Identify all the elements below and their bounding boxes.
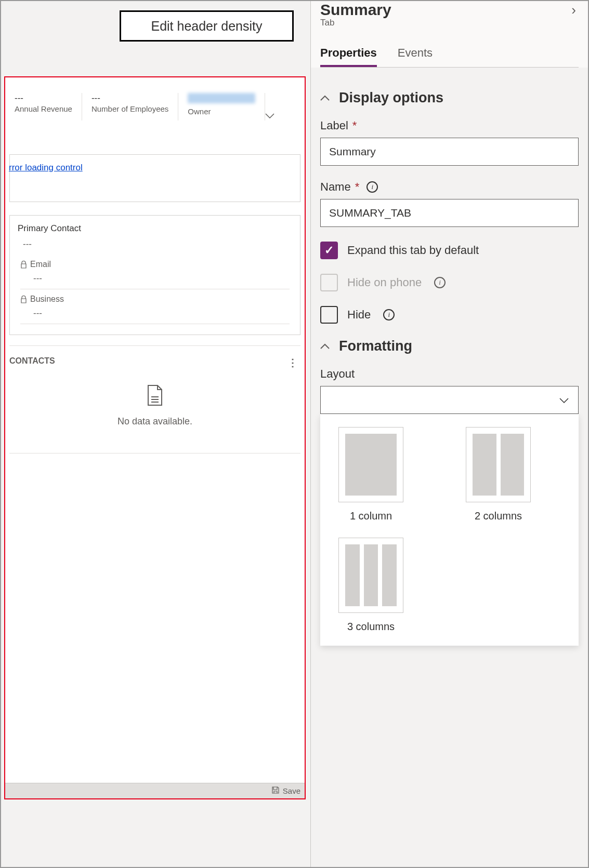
layout-dropdown: 1 column 2 columns 3 columns [320,414,579,646]
owner-field[interactable]: Owner [178,93,265,121]
checkbox-checked-icon[interactable]: ✓ [320,242,338,259]
document-icon [146,384,164,408]
formatting-header[interactable]: Formatting [320,338,579,354]
status-bar: Save [5,783,305,798]
annual-revenue-field[interactable]: --- Annual Revenue [5,93,82,121]
employees-label: Number of Employees [91,104,168,113]
chevron-up-icon[interactable] [320,92,330,104]
expand-tab-checkbox-row[interactable]: ✓ Expand this tab by default [320,242,579,259]
hide-on-phone-label: Hide on phone [347,276,422,289]
form-preview-panel: Edit header density --- Annual Revenue -… [1,1,310,867]
header-fields: --- Annual Revenue --- Number of Employe… [5,77,305,131]
info-icon[interactable]: i [434,277,446,288]
owner-label: Owner [188,107,255,116]
employees-value: --- [91,93,168,103]
error-control-container: rror loading control [9,154,300,202]
layout-option-3-columns[interactable]: 3 columns [338,538,403,633]
display-options-title: Display options [339,90,443,106]
error-loading-control-link[interactable]: rror loading control [9,163,83,172]
email-field[interactable]: Email --- [20,260,290,289]
hide-checkbox-row[interactable]: Hide i [320,306,579,324]
owner-value-redacted [188,93,255,103]
chevron-down-icon [559,395,569,406]
layout-select[interactable] [320,386,579,414]
chevron-up-icon[interactable] [320,340,330,352]
tabs: Properties Events [320,46,579,68]
lock-icon [20,296,27,303]
info-icon[interactable]: i [383,309,395,321]
form-preview: --- Annual Revenue --- Number of Employe… [4,76,306,799]
checkbox-unchecked-icon [320,274,338,291]
edit-header-density-button[interactable]: Edit header density [120,10,294,42]
label-field-label: Label [320,119,348,132]
annual-revenue-label: Annual Revenue [15,104,72,113]
tab-properties[interactable]: Properties [320,46,377,67]
layout-1-label: 1 column [338,510,403,522]
name-input[interactable] [320,199,579,227]
tab-events[interactable]: Events [398,46,433,67]
business-value: --- [33,308,290,318]
required-indicator: * [355,180,360,194]
number-of-employees-field[interactable]: --- Number of Employees [82,93,178,121]
contacts-title: CONTACTS [9,356,55,369]
layout-thumb-2 [466,427,531,502]
more-icon[interactable]: ⋮ [287,356,298,369]
display-options-header[interactable]: Display options [320,90,579,106]
business-label: Business [30,295,64,304]
primary-contact-label: Primary Contact [18,223,292,234]
annual-revenue-value: --- [15,93,72,103]
save-label[interactable]: Save [283,786,300,795]
hide-on-phone-checkbox-row: Hide on phone i [320,274,579,291]
email-label: Email [30,260,51,269]
info-icon[interactable]: i [367,181,378,193]
label-input[interactable] [320,138,579,166]
primary-contact-card: Primary Contact --- Email --- [9,215,300,335]
save-icon[interactable] [271,786,280,796]
hide-label: Hide [347,308,371,322]
layout-3-label: 3 columns [338,621,403,633]
layout-field-label: Layout [320,367,355,381]
chevron-right-icon[interactable]: › [571,1,579,18]
name-field-label: Name [320,180,351,194]
expand-tab-label: Expand this tab by default [347,244,479,257]
panel-subtitle: Tab [320,18,391,28]
layout-option-2-columns[interactable]: 2 columns [466,427,531,522]
panel-title: Summary [320,1,391,19]
required-indicator: * [352,119,357,132]
properties-panel: Summary Tab › Properties Events Display … [310,1,588,867]
layout-2-label: 2 columns [466,510,531,522]
contacts-section: CONTACTS ⋮ No data available. [9,345,300,453]
layout-thumb-3 [338,538,403,613]
no-data-text: No data available. [9,416,300,427]
primary-contact-value[interactable]: --- [23,239,292,249]
email-value: --- [33,273,290,284]
checkbox-unchecked-icon[interactable] [320,306,338,324]
chevron-down-icon[interactable] [265,93,284,121]
layout-option-1-column[interactable]: 1 column [338,427,403,522]
formatting-title: Formatting [339,338,412,354]
lock-icon [20,261,27,269]
layout-thumb-1 [338,427,403,502]
business-field[interactable]: Business --- [20,295,290,324]
